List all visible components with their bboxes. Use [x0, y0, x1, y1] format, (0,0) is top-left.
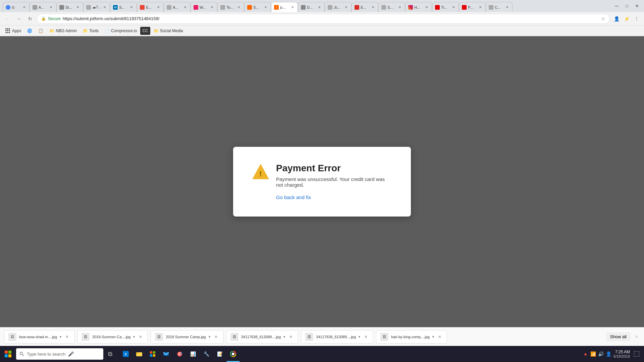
- forward-button[interactable]: →: [14, 14, 23, 23]
- bookmark-social[interactable]: 📁 Social Media: [151, 27, 186, 35]
- taskbar-store[interactable]: [146, 346, 159, 362]
- bookmark-apps[interactable]: Apps: [3, 27, 24, 35]
- user-account-button[interactable]: 👤: [612, 14, 621, 23]
- taskbar-app8[interactable]: 📝: [213, 346, 226, 362]
- go-back-link[interactable]: Go back and fix: [276, 194, 311, 200]
- close-button[interactable]: ✕: [633, 2, 641, 10]
- taskbar-mail[interactable]: [160, 346, 172, 362]
- tab-17-close[interactable]: ✕: [451, 5, 456, 10]
- tab-10[interactable]: S... ✕: [244, 2, 271, 12]
- tab-8[interactable]: W... ✕: [191, 2, 217, 12]
- taskbar-chrome[interactable]: [227, 346, 239, 362]
- download-chevron-5[interactable]: ▾: [359, 335, 360, 339]
- taskbar-search-box[interactable]: Type here to search 🎤: [16, 348, 103, 360]
- bookmark-compressor[interactable]: 📄 Compressor.io: [102, 27, 140, 35]
- taskbar-mic-icon[interactable]: 🎤: [68, 351, 74, 357]
- tab-instagram[interactable]: H... ✕: [405, 2, 432, 12]
- tab-12-close[interactable]: ✕: [317, 5, 322, 10]
- tab-19-close[interactable]: ✕: [505, 5, 509, 10]
- tab-3[interactable]: St... ✕: [56, 2, 83, 12]
- download-chevron-4[interactable]: ▾: [283, 335, 285, 339]
- tab-9[interactable]: To... ✕: [217, 2, 244, 12]
- tab-4[interactable]: ☁7... ✕: [83, 2, 110, 12]
- tab-8-close[interactable]: ✕: [210, 5, 214, 10]
- tab-jotform-close[interactable]: ✕: [290, 5, 295, 10]
- tab-1[interactable]: G ✕: [3, 2, 30, 12]
- download-close-6[interactable]: ✕: [437, 334, 443, 340]
- tray-network-icon[interactable]: 📶: [590, 351, 596, 357]
- tab-instagram-close[interactable]: ✕: [424, 5, 429, 10]
- tab-2[interactable]: A... ✕: [30, 2, 56, 12]
- tab-linkedin[interactable]: in S... ✕: [110, 2, 137, 12]
- download-close-5[interactable]: ✕: [363, 334, 369, 340]
- tab-3-close[interactable]: ✕: [75, 5, 80, 10]
- download-item-5[interactable]: 🖼 34117638_613089....jpg ▾ ✕: [301, 330, 373, 344]
- tab-7-close[interactable]: ✕: [183, 5, 187, 10]
- download-close-4[interactable]: ✕: [288, 334, 294, 340]
- maximize-button[interactable]: □: [623, 2, 631, 10]
- tab-2-close[interactable]: ✕: [49, 5, 53, 10]
- tab-6[interactable]: E... ✕: [137, 2, 164, 12]
- svg-rect-9: [136, 353, 139, 354]
- close-downloads-button[interactable]: ✕: [633, 333, 640, 341]
- tab-18-close[interactable]: ✕: [478, 5, 483, 10]
- bookmark-tools[interactable]: 📁 Tools: [80, 27, 101, 35]
- download-chevron-1[interactable]: ▾: [60, 335, 61, 339]
- download-chevron-6[interactable]: ▾: [432, 335, 434, 339]
- minimize-button[interactable]: —: [612, 2, 621, 10]
- taskbar-app7[interactable]: 🔧: [200, 346, 213, 362]
- taskbar-file-explorer[interactable]: [133, 346, 146, 362]
- tab-15-close[interactable]: ✕: [397, 5, 402, 10]
- download-close-3[interactable]: ✕: [213, 334, 219, 340]
- tray-volume-icon[interactable]: 🔊: [598, 351, 604, 357]
- tray-person-icon[interactable]: 👤: [606, 351, 611, 357]
- download-item-1[interactable]: 🖼 bow-wow-shad-m....jpg ▾ ✕: [4, 330, 74, 344]
- download-close-2[interactable]: ✕: [138, 334, 144, 340]
- tab-12[interactable]: D... ✕: [298, 2, 325, 12]
- tab-13-close[interactable]: ✕: [344, 5, 348, 10]
- bookmark-nbg[interactable]: 📁 NBG Admin: [47, 27, 79, 35]
- download-item-2[interactable]: 🖼 2018-Summer-Ca....jpg ▾ ✕: [77, 330, 148, 344]
- show-all-button[interactable]: Show all: [606, 332, 631, 341]
- tab-13[interactable]: Jc... ✕: [325, 2, 352, 12]
- back-button[interactable]: ←: [3, 14, 12, 23]
- notification-icon: [634, 351, 639, 357]
- bookmark-star-icon[interactable]: ☆: [601, 16, 605, 21]
- taskbar-app6[interactable]: 📊: [186, 346, 199, 362]
- tab-15[interactable]: S... ✕: [378, 2, 405, 12]
- extensions-button[interactable]: ⚡: [622, 14, 631, 23]
- tab-jotform[interactable]: j jc... ✕: [271, 2, 298, 12]
- tab-4-close[interactable]: ✕: [102, 5, 107, 10]
- tray-chevron[interactable]: 🔺: [583, 351, 588, 357]
- download-close-1[interactable]: ✕: [64, 334, 70, 340]
- reload-button[interactable]: ↻: [25, 14, 35, 23]
- download-item-4[interactable]: 🖼 34117638_613089....jpg ▾ ✕: [226, 330, 299, 344]
- start-button[interactable]: [0, 346, 16, 362]
- bookmark-icon2[interactable]: 📋: [36, 27, 46, 35]
- download-item-3[interactable]: 🖼 2018 Summer Camp.jpg ▾ ✕: [151, 330, 223, 344]
- bookmark-icon1[interactable]: 🌀: [24, 27, 35, 35]
- tab-6-close[interactable]: ✕: [156, 5, 161, 10]
- tab-9-close[interactable]: ✕: [236, 5, 241, 10]
- tab-18[interactable]: P... ✕: [459, 2, 486, 12]
- edge-icon: e: [123, 351, 129, 357]
- download-item-6[interactable]: 🖼 hair-by-king-comp....jpg ▾ ✕: [376, 330, 447, 344]
- download-chevron-3[interactable]: ▾: [209, 335, 210, 339]
- tab-19[interactable]: C... ✕: [486, 2, 513, 12]
- tab-linkedin-close[interactable]: ✕: [129, 5, 134, 10]
- taskbar-app5[interactable]: 🎯: [173, 346, 186, 362]
- url-bar[interactable]: 🔒 Secure https://submit.jotform.us/submi…: [37, 14, 610, 24]
- notification-button[interactable]: [632, 349, 641, 359]
- tab-17[interactable]: Ti... ✕: [432, 2, 459, 12]
- tab-14-close[interactable]: ✕: [371, 5, 375, 10]
- taskbar-edge[interactable]: e: [119, 346, 132, 362]
- tab-1-close[interactable]: ✕: [22, 5, 26, 10]
- bookmark-cc[interactable]: CC: [140, 27, 150, 35]
- menu-button[interactable]: ⋮: [632, 14, 641, 23]
- time-display[interactable]: 7:25 AM 6/18/2018: [613, 350, 630, 358]
- task-view-button[interactable]: ⧉: [103, 349, 117, 359]
- tab-7[interactable]: A... ✕: [164, 2, 191, 12]
- download-chevron-2[interactable]: ▾: [133, 335, 135, 339]
- tab-10-close[interactable]: ✕: [263, 5, 268, 10]
- tab-14[interactable]: E... ✕: [352, 2, 378, 12]
